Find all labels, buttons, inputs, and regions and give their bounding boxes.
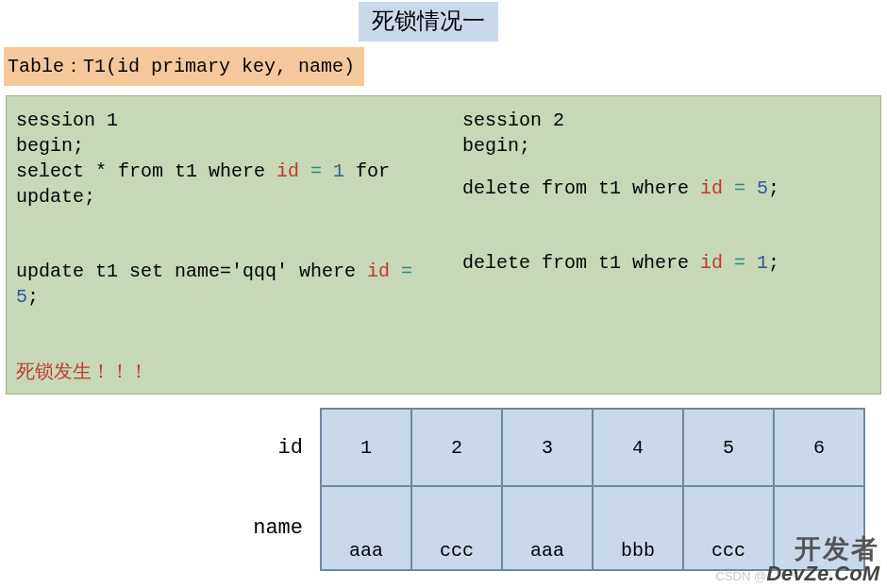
watermark-bottom: DevZe.CoM [766, 562, 879, 585]
cell-id-4: 5 [683, 409, 774, 486]
session-2-stmt-1: delete from t1 where id = 5; [462, 176, 871, 201]
cell-id-5: 6 [774, 409, 864, 486]
session-1-begin: begin; [16, 133, 425, 159]
cell-name-2: aaa [502, 486, 593, 570]
session-1-stmt-1: select * from t1 where id = 1 for update… [16, 159, 425, 210]
cell-id-2: 3 [502, 409, 593, 486]
session-2-name: session 2 [462, 108, 871, 133]
cell-name-3: bbb [593, 486, 683, 570]
session-1-stmt-2: update t1 set name='qqq' where id = 5; [16, 259, 425, 310]
cell-id-1: 2 [411, 409, 502, 486]
table-schema: Table：T1(id primary key, name) [4, 47, 364, 86]
table-row-id: id 1 2 3 4 5 6 [198, 409, 864, 486]
watermark-csdn: CSDN @ [716, 569, 767, 583]
page-title: 死锁情况一 [359, 2, 498, 42]
cell-id-0: 1 [321, 409, 411, 486]
session-1-column: session 1 begin; select * from t1 where … [16, 108, 425, 384]
session-2-stmt-2: delete from t1 where id = 1; [462, 250, 871, 276]
row-label-name: name [198, 486, 321, 570]
cell-name-1: ccc [411, 486, 502, 570]
session-2-begin: begin; [462, 133, 871, 159]
cell-name-0: aaa [321, 486, 411, 570]
row-label-id: id [198, 409, 321, 486]
watermark-top: 开发者 [716, 535, 879, 563]
session-1-name: session 1 [16, 108, 425, 133]
cell-id-3: 4 [593, 409, 683, 486]
deadlock-note: 死锁发生！！！ [16, 359, 425, 384]
sessions-panel: session 1 begin; select * from t1 where … [6, 95, 881, 395]
session-2-column: session 2 begin; delete from t1 where id… [462, 108, 871, 384]
watermark: 开发者 CSDN @DevZe.CoM [716, 535, 879, 584]
